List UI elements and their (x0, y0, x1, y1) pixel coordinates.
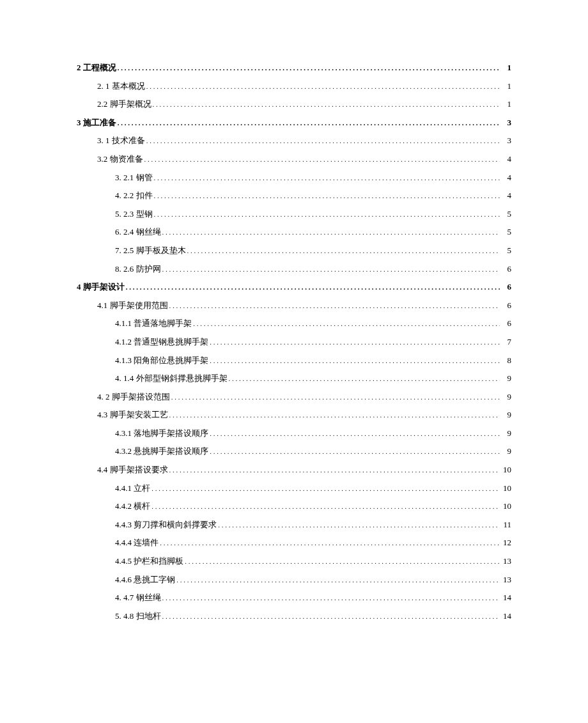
toc-entry-page: 4 (500, 169, 511, 187)
toc-dot-leader (145, 132, 500, 150)
toc-entry-label: 4. 4.7 钢丝绳 (115, 589, 161, 607)
toc-entry: 4. 2.2 扣件4 (77, 187, 511, 205)
toc-entry-label: 4.4.4 连墙件 (115, 534, 159, 552)
toc-entry-label: 6. 2.4 钢丝绳 (115, 223, 161, 242)
toc-entry: 4. 2 脚手架搭设范围9 (77, 388, 511, 407)
toc-entry: 2. 1 基本概况1 (77, 77, 511, 96)
toc-entry: 4.4.3 剪刀撑和横向斜撑要求11 (77, 516, 511, 534)
toc-dot-leader (153, 205, 500, 224)
toc-entry-page: 10 (500, 461, 511, 479)
toc-dot-leader (161, 223, 500, 242)
toc-entry-label: 5. 2.3 型钢 (115, 205, 153, 224)
toc-entry-label: 4 脚手架设计 (77, 278, 125, 297)
toc-entry: 4.3.2 悬挑脚手架搭设顺序9 (77, 442, 511, 461)
toc-entry-page: 14 (500, 589, 511, 607)
toc-entry-page: 7 (500, 333, 511, 352)
toc-dot-leader (161, 589, 500, 607)
toc-dot-leader (208, 333, 500, 352)
toc-dot-leader (175, 571, 500, 589)
toc-entry: 4.1.1 普通落地脚手架6 (77, 315, 511, 333)
toc-entry: 4. 4.7 钢丝绳14 (77, 589, 511, 607)
toc-entry: 3 施工准备3 (77, 114, 511, 132)
toc-dot-leader (168, 297, 500, 315)
toc-entry: 3. 1 技术准备3 (77, 132, 511, 150)
toc-entry-page: 5 (500, 223, 511, 242)
toc-dot-leader (228, 369, 500, 388)
toc-entry-label: 4. 1.4 外部型钢斜撑悬挑脚手架 (115, 369, 228, 388)
toc-entry-page: 1 (500, 59, 511, 77)
toc-dot-leader (186, 242, 500, 260)
toc-dot-leader (183, 552, 500, 571)
toc-dot-leader (208, 442, 500, 461)
toc-entry: 2 工程概况1 (77, 59, 511, 77)
toc-entry-label: 4.4.2 横杆 (115, 497, 150, 516)
toc-entry-page: 4 (500, 150, 511, 169)
toc-entry-label: 4.4.5 护栏和挡脚板 (115, 552, 183, 571)
toc-entry: 4 脚手架设计6 (77, 278, 511, 297)
toc-entry: 5. 2.3 型钢5 (77, 205, 511, 224)
toc-entry-label: 4.1.3 阳角部位悬挑脚手架 (115, 352, 208, 370)
toc-entry-page: 9 (500, 406, 511, 424)
toc-entry-page: 13 (500, 571, 511, 589)
toc-entry-page: 13 (500, 552, 511, 571)
toc-entry: 4.4.5 护栏和挡脚板13 (77, 552, 511, 571)
toc-dot-leader (150, 479, 500, 498)
toc-dot-leader (208, 424, 500, 443)
toc-dot-leader (168, 406, 500, 424)
toc-entry: 4.4 脚手架搭设要求10 (77, 461, 511, 479)
toc-entry-label: 2. 1 基本概况 (97, 77, 145, 96)
toc-dot-leader (168, 461, 500, 479)
toc-entry-label: 3. 1 技术准备 (97, 132, 145, 150)
toc-entry-label: 4. 2 脚手架搭设范围 (97, 388, 170, 407)
toc-dot-leader (159, 534, 500, 552)
toc-entry-page: 9 (500, 442, 511, 461)
toc-entry-page: 9 (500, 424, 511, 443)
toc-entry-page: 1 (500, 95, 511, 114)
toc-entry-page: 9 (500, 388, 511, 407)
toc-entry-label: 3 施工准备 (77, 114, 116, 132)
toc-entry-label: 8. 2.6 防护网 (115, 260, 161, 279)
toc-entry-page: 6 (500, 297, 511, 315)
toc-entry: 3. 2.1 钢管4 (77, 169, 511, 187)
toc-entry-label: 4.3.1 落地脚手架搭设顺序 (115, 424, 208, 443)
toc-entry-page: 10 (500, 497, 511, 516)
toc-entry: 4.4.6 悬挑工字钢13 (77, 571, 511, 589)
toc-entry-label: 2.2 脚手架概况 (97, 95, 151, 114)
toc-entry: 3.2 物资准备4 (77, 150, 511, 169)
toc-entry-label: 3.2 物资准备 (97, 150, 143, 169)
toc-entry-page: 6 (500, 315, 511, 333)
toc-entry-page: 5 (500, 242, 511, 260)
toc-entry-label: 7. 2.5 脚手板及垫木 (115, 242, 186, 260)
toc-dot-leader (150, 497, 500, 516)
toc-entry-page: 6 (500, 278, 511, 297)
toc-entry-label: 4.4 脚手架搭设要求 (97, 461, 168, 479)
toc-entry-label: 4.3 脚手架安装工艺 (97, 406, 168, 424)
toc-dot-leader (161, 260, 500, 279)
toc-dot-leader (161, 607, 500, 626)
toc-entry-label: 3. 2.1 钢管 (115, 169, 153, 187)
toc-entry-label: 5. 4.8 扫地杆 (115, 607, 161, 626)
toc-dot-leader (153, 187, 500, 205)
toc-entry: 5. 4.8 扫地杆14 (77, 607, 511, 626)
table-of-contents: 2 工程概况12. 1 基本概况12.2 脚手架概况13 施工准备33. 1 技… (77, 59, 511, 625)
toc-dot-leader (217, 516, 500, 534)
toc-entry-page: 12 (500, 534, 511, 552)
toc-dot-leader (116, 59, 500, 77)
toc-entry: 4.1.3 阳角部位悬挑脚手架8 (77, 352, 511, 370)
toc-entry: 7. 2.5 脚手板及垫木5 (77, 242, 511, 260)
toc-entry-label: 4. 2.2 扣件 (115, 187, 153, 205)
toc-entry-page: 4 (500, 187, 511, 205)
toc-entry-page: 10 (500, 479, 511, 498)
toc-dot-leader (151, 95, 500, 114)
toc-entry-page: 3 (500, 114, 511, 132)
toc-entry-label: 2 工程概况 (77, 59, 116, 77)
toc-entry-label: 4.1.1 普通落地脚手架 (115, 315, 192, 333)
toc-entry-page: 14 (500, 607, 511, 626)
toc-entry-label: 4.1 脚手架使用范围 (97, 297, 168, 315)
toc-entry: 4.4.4 连墙件12 (77, 534, 511, 552)
toc-dot-leader (145, 77, 500, 96)
toc-entry: 4.3.1 落地脚手架搭设顺序9 (77, 424, 511, 443)
toc-entry: 2.2 脚手架概况1 (77, 95, 511, 114)
toc-entry-page: 1 (500, 77, 511, 96)
toc-entry: 4.4.1 立杆10 (77, 479, 511, 498)
